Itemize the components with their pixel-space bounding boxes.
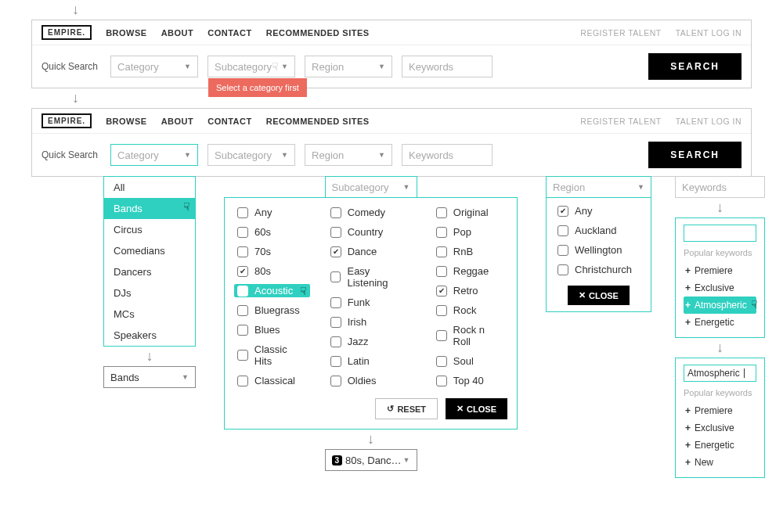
checkbox[interactable] bbox=[330, 376, 341, 386]
checkbox[interactable] bbox=[237, 266, 248, 277]
keywords-field-filled[interactable]: Atmospheric bbox=[684, 365, 756, 382]
region-dropdown[interactable]: Region▼ bbox=[305, 56, 392, 77]
search-button[interactable]: SEARCH bbox=[648, 53, 742, 80]
subcategory-option[interactable]: 80s bbox=[234, 264, 310, 278]
category-item[interactable]: Speakers bbox=[104, 325, 195, 346]
checkbox[interactable] bbox=[330, 336, 341, 347]
subcategory-option[interactable]: Comedy bbox=[327, 206, 416, 219]
category-item[interactable]: Circus bbox=[104, 219, 195, 240]
subcategory-option[interactable]: Latin bbox=[327, 354, 416, 368]
talent-login-link[interactable]: TALENT LOG IN bbox=[676, 28, 742, 38]
checkbox[interactable] bbox=[436, 227, 447, 238]
nav-browse[interactable]: BROWSE bbox=[106, 28, 147, 38]
subcategory-option[interactable]: RnB bbox=[433, 245, 507, 258]
nav-browse[interactable]: BROWSE bbox=[106, 117, 147, 126]
checkbox[interactable] bbox=[237, 207, 248, 218]
checkbox[interactable] bbox=[557, 264, 568, 275]
close-button[interactable]: ✕CLOSE bbox=[446, 398, 507, 419]
subcategory-dropdown-open[interactable]: Subcategory▼ bbox=[325, 176, 417, 198]
checkbox[interactable] bbox=[237, 305, 248, 316]
checkbox[interactable] bbox=[237, 246, 248, 257]
subcategory-option[interactable]: Reggae bbox=[433, 264, 507, 278]
talent-login-link[interactable]: TALENT LOG IN bbox=[676, 117, 742, 126]
checkbox[interactable] bbox=[436, 207, 447, 218]
checkbox[interactable] bbox=[436, 376, 447, 386]
subcategory-option[interactable]: 70s bbox=[234, 245, 310, 258]
category-item[interactable]: Bands☟ bbox=[104, 198, 195, 219]
nav-about[interactable]: ABOUT bbox=[161, 117, 194, 126]
nav-recommended[interactable]: RECOMMENDED SITES bbox=[266, 117, 370, 126]
region-option[interactable]: Any bbox=[554, 204, 643, 217]
category-item[interactable]: Comedians bbox=[104, 240, 195, 261]
checkbox[interactable] bbox=[557, 225, 568, 236]
subcategory-option[interactable]: Irish bbox=[327, 315, 416, 329]
subcategory-option[interactable]: 60s bbox=[234, 225, 310, 239]
nav-contact[interactable]: CONTACT bbox=[207, 117, 251, 126]
subcategory-option[interactable]: Blues bbox=[234, 323, 310, 336]
checkbox[interactable] bbox=[237, 286, 248, 297]
category-item[interactable]: DJs bbox=[104, 282, 195, 304]
subcategory-dropdown[interactable]: Subcategory▼ bbox=[207, 144, 295, 166]
popular-keyword-item[interactable]: +Premiere bbox=[684, 262, 756, 279]
category-item[interactable]: All bbox=[104, 177, 195, 198]
category-item[interactable]: Dancers bbox=[104, 261, 195, 282]
subcategory-option[interactable]: Rock n Roll bbox=[433, 323, 507, 348]
region-dropdown[interactable]: Region▼ bbox=[305, 144, 392, 166]
checkbox[interactable] bbox=[330, 207, 341, 218]
subcategory-option[interactable]: Original bbox=[433, 206, 507, 219]
reset-button[interactable]: ↺RESET bbox=[375, 398, 438, 419]
subcategory-option[interactable]: Country bbox=[327, 225, 416, 239]
subcategory-option[interactable]: Any bbox=[234, 206, 310, 219]
keywords-input[interactable]: Keywords bbox=[675, 176, 765, 198]
nav-about[interactable]: ABOUT bbox=[161, 28, 194, 38]
checkbox[interactable] bbox=[436, 266, 447, 277]
checkbox[interactable] bbox=[330, 246, 341, 257]
checkbox[interactable] bbox=[237, 376, 248, 386]
category-dropdown[interactable]: Category▼ bbox=[110, 56, 198, 77]
subcategory-option[interactable]: Retro bbox=[433, 284, 507, 297]
popular-keyword-item[interactable]: +Atmospheric☟ bbox=[684, 297, 756, 314]
category-item[interactable]: MCs bbox=[104, 304, 195, 325]
subcategory-result-dropdown[interactable]: 3 80s, Danc… ▼ bbox=[325, 449, 417, 471]
popular-keyword-item[interactable]: +New bbox=[684, 454, 756, 471]
checkbox[interactable] bbox=[330, 317, 341, 328]
subcategory-option[interactable]: Top 40 bbox=[433, 374, 507, 387]
keywords-field[interactable] bbox=[684, 225, 756, 242]
checkbox[interactable] bbox=[330, 271, 341, 282]
checkbox[interactable] bbox=[436, 286, 447, 297]
register-talent-link[interactable]: REGISTER TALENT bbox=[580, 117, 661, 126]
checkbox[interactable] bbox=[237, 227, 248, 238]
checkbox[interactable] bbox=[436, 305, 447, 316]
checkbox[interactable] bbox=[330, 356, 341, 367]
subcategory-option[interactable]: Funk bbox=[327, 296, 416, 309]
popular-keyword-item[interactable]: +Energetic bbox=[684, 437, 756, 454]
popular-keyword-item[interactable]: +Energetic bbox=[684, 314, 756, 331]
subcategory-option[interactable]: Jazz bbox=[327, 335, 416, 348]
popular-keyword-item[interactable]: +Exclusive bbox=[684, 279, 756, 297]
popular-keyword-item[interactable]: +Premiere bbox=[684, 402, 756, 419]
register-talent-link[interactable]: REGISTER TALENT bbox=[580, 28, 661, 38]
checkbox[interactable] bbox=[330, 297, 341, 308]
region-option[interactable]: Wellington bbox=[554, 243, 643, 257]
search-button[interactable]: SEARCH bbox=[648, 142, 742, 168]
checkbox[interactable] bbox=[330, 227, 341, 238]
subcategory-option[interactable]: Pop bbox=[433, 225, 507, 239]
region-dropdown-open[interactable]: Region▼ bbox=[546, 176, 651, 198]
subcategory-option[interactable]: Classic Hits bbox=[234, 343, 310, 368]
checkbox[interactable] bbox=[237, 325, 248, 336]
keywords-input[interactable]: Keywords bbox=[402, 56, 493, 77]
nav-contact[interactable]: CONTACT bbox=[207, 28, 251, 38]
subcategory-option[interactable]: Dance bbox=[327, 245, 416, 258]
checkbox[interactable] bbox=[436, 246, 447, 257]
subcategory-dropdown[interactable]: Subcategory ☟ ▼ Select a category first bbox=[207, 56, 295, 77]
subcategory-option[interactable]: Classical bbox=[234, 374, 310, 387]
checkbox[interactable] bbox=[436, 356, 447, 367]
checkbox[interactable] bbox=[237, 350, 248, 361]
category-result-dropdown[interactable]: Bands▼ bbox=[103, 366, 196, 388]
close-button[interactable]: ✕CLOSE bbox=[568, 286, 630, 305]
checkbox[interactable] bbox=[436, 330, 447, 341]
subcategory-option[interactable]: Rock bbox=[433, 304, 507, 317]
subcategory-option[interactable]: Soul bbox=[433, 354, 507, 368]
subcategory-option[interactable]: Bluegrass bbox=[234, 304, 310, 317]
popular-keyword-item[interactable]: +Exclusive bbox=[684, 419, 756, 437]
